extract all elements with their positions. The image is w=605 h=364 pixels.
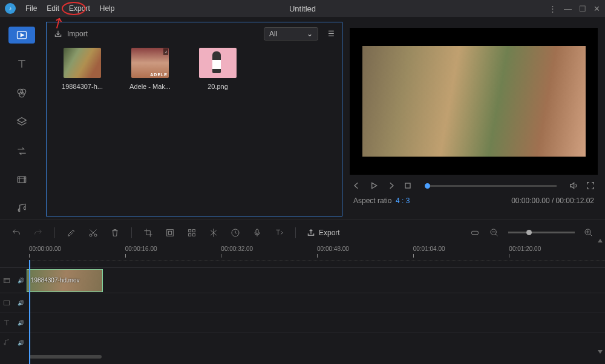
cut-button[interactable] [88, 227, 99, 238]
timeline-clip[interactable]: 19884307-hd.mov [27, 269, 103, 292]
import-button[interactable]: Import [54, 30, 88, 38]
thumbnail-image: ♪ ADELE [131, 48, 169, 78]
mute-icon[interactable]: 🔊 [18, 278, 24, 284]
preview-frame [350, 28, 598, 175]
zoom-out-button[interactable] [489, 227, 500, 238]
minimize-icon[interactable]: — [564, 4, 572, 13]
svg-rect-15 [192, 233, 195, 236]
media-filter-value: All [269, 30, 277, 38]
aspect-ratio-value[interactable]: 4 : 3 [396, 197, 410, 205]
menu-export[interactable]: Export [64, 4, 95, 13]
crop-button[interactable] [143, 227, 154, 238]
fit-timeline-button[interactable] [469, 227, 480, 238]
track-header[interactable]: 🔊 [0, 268, 27, 293]
volume-icon[interactable] [569, 181, 578, 190]
stop-button[interactable] [403, 181, 413, 190]
track-header[interactable]: 🔊 [0, 293, 27, 313]
svg-rect-18 [472, 231, 479, 234]
svg-rect-14 [189, 233, 191, 236]
preview-panel: Aspect ratio 4 : 3 00:00:00.00 / 00:00:1… [347, 22, 600, 216]
edit-tool-button[interactable] [66, 227, 77, 238]
separator [295, 227, 296, 238]
media-item[interactable]: 20.png [193, 48, 243, 90]
seek-slider[interactable] [425, 185, 557, 187]
timeline-ruler[interactable]: 00:00:00.00 00:00:16.00 00:00:32.00 00:0… [0, 245, 605, 260]
more-icon[interactable]: ⋮ [549, 4, 557, 13]
zoom-slider[interactable] [508, 232, 575, 233]
sidebar-overlay[interactable] [11, 114, 33, 130]
audio-track[interactable]: 🔊 [0, 333, 605, 353]
timeline: 00:00:00.00 00:00:16.00 00:00:32.00 00:0… [0, 245, 605, 361]
preview-image [362, 46, 586, 156]
time-display: 00:00:00.00 / 00:00:12.02 [511, 197, 594, 205]
sidebar-transitions[interactable] [11, 143, 33, 159]
voiceover-button[interactable] [252, 227, 263, 238]
playhead[interactable] [29, 260, 30, 364]
ruler-mark: 00:01:20.00 [509, 245, 605, 252]
maximize-icon[interactable]: ☐ [579, 4, 586, 13]
thumbnail-image [199, 48, 237, 78]
aspect-ratio-label: Aspect ratio 4 : 3 [353, 197, 410, 205]
video-track-2[interactable]: 🔊 [0, 293, 605, 313]
timeline-hscroll[interactable] [29, 355, 605, 361]
seek-handle[interactable] [425, 183, 430, 189]
svg-rect-13 [192, 229, 195, 232]
thumbnail-label: 20.png [193, 83, 243, 90]
sidebar-media[interactable] [8, 27, 35, 44]
mute-icon[interactable]: 🔊 [18, 340, 24, 346]
text-to-speech-button[interactable] [273, 227, 284, 238]
export-button-label: Export [319, 229, 340, 237]
zoom-in-button[interactable] [583, 227, 594, 238]
import-label: Import [67, 30, 88, 38]
sidebar-text[interactable] [11, 57, 33, 73]
mute-icon[interactable]: 🔊 [18, 320, 24, 326]
menu-file[interactable]: File [21, 4, 42, 13]
ruler-mark: 00:00:00.00 [29, 245, 125, 252]
titlebar: ♪ File Edit Export Help Untitled ⋮ — ☐ ✕ [0, 0, 605, 17]
thumbnail-image [64, 48, 101, 78]
thumbnail-overlay-text: ADELE [150, 73, 168, 77]
separator [131, 227, 132, 238]
undo-button[interactable] [11, 227, 22, 238]
media-item[interactable]: 19884307-h... [57, 48, 107, 90]
track-header[interactable]: 🔊 [0, 313, 27, 333]
music-badge-icon: ♪ [163, 48, 168, 55]
sidebar-music[interactable] [11, 201, 33, 216]
redo-button[interactable] [33, 227, 44, 238]
timeline-hscroll-thumb[interactable] [29, 355, 102, 359]
track-header[interactable]: 🔊 [0, 333, 27, 353]
delete-button[interactable] [110, 227, 120, 238]
ruler-mark: 00:01:04.00 [413, 245, 509, 252]
sidebar-filters[interactable] [11, 85, 33, 101]
zoom-handle[interactable] [526, 230, 532, 235]
media-filter-dropdown[interactable]: All ⌄ [264, 27, 318, 41]
menu-help[interactable]: Help [95, 4, 120, 13]
sidebar-elements[interactable] [11, 172, 33, 188]
freeze-button[interactable] [208, 227, 219, 238]
close-icon[interactable]: ✕ [594, 4, 600, 13]
menu-export-label: Export [69, 4, 90, 13]
fullscreen-icon[interactable] [586, 181, 595, 190]
ruler-mark: 00:00:32.00 [221, 245, 317, 252]
thumbnail-label: Adele - Mak... [125, 83, 175, 90]
ruler-mark: 00:00:16.00 [125, 245, 221, 252]
list-view-icon[interactable]: ☰ [328, 30, 335, 38]
svg-rect-10 [167, 229, 174, 236]
chevron-down-icon: ⌄ [307, 30, 313, 38]
menu-edit[interactable]: Edit [42, 4, 64, 13]
sidebar [2, 22, 41, 216]
media-item[interactable]: ♪ ADELE Adele - Mak... [125, 48, 175, 90]
text-track[interactable]: 🔊 [0, 313, 605, 333]
mute-icon[interactable]: 🔊 [18, 300, 24, 306]
zoom-crop-button[interactable] [165, 227, 175, 238]
svg-point-3 [21, 89, 25, 94]
next-frame-button[interactable] [386, 181, 396, 190]
prev-frame-button[interactable] [352, 181, 362, 190]
duration-button[interactable] [230, 227, 241, 238]
media-panel: Import All ⌄ ☰ 19884307-h... ♪ ADELE Ade… [46, 22, 342, 216]
video-track[interactable]: 🔊 19884307-hd.mov [0, 267, 605, 293]
mosaic-button[interactable] [186, 227, 197, 238]
timeline-vscroll[interactable] [598, 239, 603, 354]
export-button[interactable]: Export [307, 229, 340, 237]
play-button[interactable] [369, 181, 379, 190]
